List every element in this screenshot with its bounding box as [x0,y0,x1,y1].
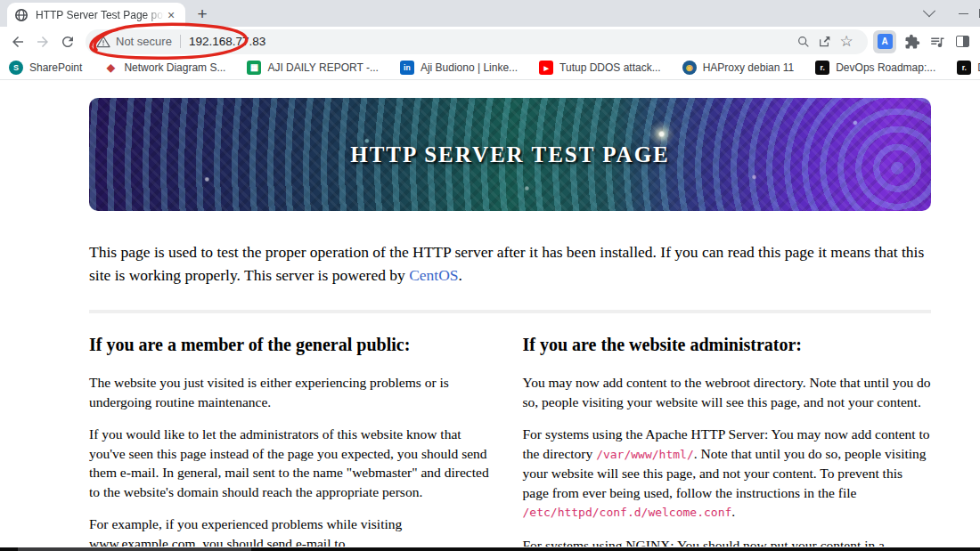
page-content: HTTP SERVER TEST PAGE This page is used … [0,80,980,547]
public-column: If you are a member of the general publi… [89,335,498,547]
browser-toolbar: Not secure 192.168.77.83 ☆ A [0,27,980,56]
public-paragraph-1: The website you just visited is either e… [89,373,498,411]
roadmap-icon: r. [815,61,829,75]
linkedin-icon: in [400,61,414,75]
admin-paragraph-2: For systems using the Apache HTTP Server… [523,425,932,523]
address-bar[interactable]: Not secure 192.168.77.83 ☆ [86,29,868,54]
search-icon[interactable] [793,31,814,53]
not-secure-warning-icon [96,35,110,49]
tab-strip: HTTP Server Test Page powered × + [0,0,980,27]
security-label: Not secure [116,35,172,48]
intro-paragraph: This page is used to test the proper ope… [89,240,931,287]
youtube-icon: ▶ [539,61,553,75]
bookmark-sharepoint[interactable]: S SharePoint [9,61,82,75]
share-icon[interactable] [814,31,836,53]
bookmark-devops-roadmap[interactable]: r. DevOps Roadmap:... [815,61,935,75]
public-paragraph-2: If you would like to let the administrat… [89,425,498,501]
new-tab-button[interactable]: + [191,3,214,26]
admin-paragraph-1: You may now add content to the webroot d… [523,373,932,411]
bookmark-linkedin[interactable]: in Aji Budiono | Linke... [400,61,518,75]
reload-icon[interactable] [55,29,80,54]
browser-tab[interactable]: HTTP Server Test Page powered × [7,3,185,27]
haproxy-icon: ◉ [682,61,697,75]
extensions-puzzle-icon[interactable] [900,29,925,54]
side-panel-icon[interactable] [950,29,975,54]
banner-image: HTTP SERVER TEST PAGE [89,98,931,211]
banner-title: HTTP SERVER TEST PAGE [89,98,931,211]
browser-window: HTTP Server Test Page powered × + Not se… [0,0,980,551]
bookmark-star-icon[interactable]: ☆ [836,31,857,53]
google-sheets-icon: ▦ [247,61,261,75]
public-heading: If you are a member of the general publi… [89,335,498,355]
extension-area: A [873,29,975,54]
roadmap-icon: r. [957,61,971,75]
globe-favicon-icon [14,8,29,22]
admin-column: If you are the website administrator: Yo… [523,335,932,547]
centos-link[interactable]: CentOS [409,266,458,284]
bookmark-haproxy[interactable]: ◉ HAProxy debian 11 [682,61,795,75]
public-paragraph-3: For example, if you experienced problems… [89,515,498,547]
back-icon[interactable] [5,29,30,54]
tab-search-chevron-icon[interactable] [912,0,946,27]
media-playlist-icon[interactable] [925,29,950,54]
bookmark-docker-roadmap[interactable]: r. Docker Roadmap -... [957,61,980,75]
admin-heading: If you are the website administrator: [523,335,932,355]
bookmark-network-diagram[interactable]: ◆ Network Diagram S... [103,61,225,75]
tab-title: HTTP Server Test Page powered [36,9,164,21]
omnibox-divider [180,35,181,48]
maximize-icon[interactable] [967,0,980,27]
translate-extension-icon[interactable]: A [873,30,896,53]
sharepoint-icon: S [9,61,23,75]
bookmark-youtube[interactable]: ▶ Tutup DDOS attack... [539,61,661,75]
section-divider [89,310,931,313]
code-path: /var/www/html/ [596,448,694,461]
tab-close-icon[interactable]: × [164,8,178,22]
admin-paragraph-3: For systems using NGINX: You should now … [523,536,932,547]
bottom-edge-strip [0,547,980,551]
url-text[interactable]: 192.168.77.83 [189,35,265,48]
bookmark-aji-daily-report[interactable]: ▦ AJI DAILY REPORT -... [247,61,378,75]
bookmarks-bar: S SharePoint ◆ Network Diagram S... ▦ AJ… [0,56,980,80]
code-path: /etc/httpd/conf.d/welcome.conf [523,506,732,519]
forward-icon [30,29,55,54]
diagram-icon: ◆ [103,61,118,75]
